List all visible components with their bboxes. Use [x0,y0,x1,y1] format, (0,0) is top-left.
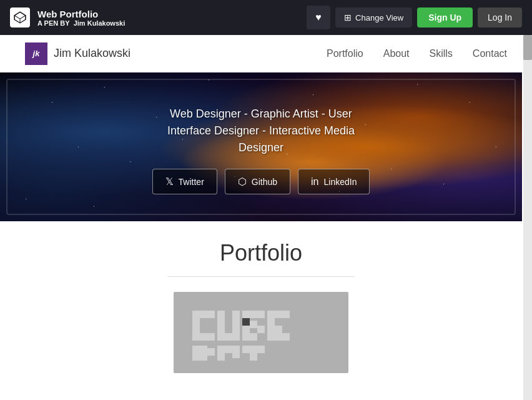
twitter-label: Twitter [179,177,204,187]
logo-mark: jk [25,42,47,65]
svg-rect-18 [225,333,232,341]
github-button[interactable]: ⬡ Github [225,169,290,194]
heart-icon: ♥ [315,12,322,23]
signup-button[interactable]: Sign Up [417,8,473,28]
svg-rect-27 [250,311,257,318]
hero-social-buttons: 𝕏 Twitter ⬡ Github in LinkedIn [152,169,370,194]
pen-title: Web Portfolio [37,9,299,19]
svg-rect-40 [282,333,290,341]
scrollbar-thumb[interactable] [523,35,532,60]
portfolio-section: Portfolio [0,221,522,386]
svg-rect-14 [217,311,225,318]
nav-skills[interactable]: Skills [430,48,453,59]
nav-contact[interactable]: Contact [473,48,507,59]
pen-info: Web Portfolio A PEN BY Jim Kulakowski [37,9,299,27]
site-logo: jk Jim Kulakowski [25,42,327,65]
nav-about[interactable]: About [383,48,410,59]
bar-actions: ♥ Change View Sign Up Log In [307,6,522,29]
svg-rect-16 [217,326,225,333]
svg-rect-44 [200,353,207,361]
login-button[interactable]: Log In [478,8,522,28]
site-nav: jk Jim Kulakowski Portfolio About Skills… [0,35,532,72]
svg-rect-6 [192,311,200,318]
hero-tagline: Web Designer - Graphic Artist - User Int… [152,106,370,156]
change-view-label: Change View [355,13,403,22]
scrollbar-track[interactable] [523,35,532,386]
nav-portfolio[interactable]: Portfolio [327,48,363,59]
svg-rect-34 [282,311,290,318]
svg-rect-39 [275,333,282,341]
pen-author-name: Jim Kulakowski [74,19,126,27]
svg-rect-11 [192,333,200,341]
svg-rect-21 [232,326,240,333]
svg-rect-24 [242,318,250,326]
portfolio-item-1[interactable] [174,292,348,373]
hero-section: Web Designer - Graphic Artist - User Int… [0,72,522,221]
svg-rect-52 [250,346,257,353]
svg-rect-42 [192,353,200,361]
hero-content: Web Designer - Graphic Artist - User Int… [0,72,522,221]
svg-rect-8 [207,311,215,318]
svg-rect-10 [192,326,200,333]
svg-rect-45 [207,348,215,356]
svg-rect-43 [200,346,207,353]
svg-rect-22 [232,333,240,341]
pen-by-label: A PEN BY [37,19,70,27]
svg-rect-30 [257,311,265,318]
svg-rect-37 [275,326,282,333]
svg-rect-17 [217,333,225,341]
svg-rect-7 [200,311,207,318]
svg-rect-9 [192,318,200,326]
svg-rect-47 [217,353,225,361]
svg-rect-33 [275,311,282,318]
svg-marker-1 [14,12,26,19]
change-view-button[interactable]: Change View [335,8,412,28]
svg-rect-51 [242,346,250,353]
linkedin-icon: in [311,176,318,188]
svg-rect-54 [250,353,257,361]
svg-rect-31 [257,326,265,333]
codepen-logo [10,8,30,28]
svg-rect-35 [267,318,275,326]
portfolio-thumbnail [180,298,342,367]
svg-rect-15 [217,318,225,326]
twitter-icon: 𝕏 [165,176,174,188]
signup-label: Sign Up [428,12,461,22]
svg-rect-32 [267,311,275,318]
svg-rect-46 [217,346,225,353]
github-icon: ⬡ [238,176,247,188]
heart-button[interactable]: ♥ [307,6,330,29]
svg-rect-26 [242,333,250,341]
portfolio-divider [167,276,355,277]
codepen-bar: Web Portfolio A PEN BY Jim Kulakowski ♥ … [0,0,532,35]
github-label: Github [252,177,277,187]
svg-rect-41 [192,346,200,353]
pen-author: A PEN BY Jim Kulakowski [37,19,299,27]
svg-rect-53 [257,346,265,353]
twitter-button[interactable]: 𝕏 Twitter [152,169,217,194]
svg-rect-38 [267,333,275,341]
svg-rect-13 [207,333,215,341]
linkedin-label: LinkedIn [324,177,357,187]
svg-rect-23 [242,311,250,318]
svg-rect-36 [267,326,275,333]
svg-rect-20 [232,318,240,326]
site-name: Jim Kulakowski [54,47,131,60]
svg-rect-28 [250,321,257,328]
svg-rect-29 [250,333,257,341]
svg-rect-12 [200,333,207,341]
logo-initials: jk [33,49,40,58]
linkedin-button[interactable]: in LinkedIn [298,169,370,194]
site-nav-links: Portfolio About Skills Contact [327,48,507,59]
svg-rect-48 [225,346,232,353]
login-label: Log In [488,12,512,22]
portfolio-title: Portfolio [220,240,302,266]
svg-rect-50 [232,351,240,358]
svg-rect-25 [242,326,250,333]
svg-rect-19 [232,311,240,318]
